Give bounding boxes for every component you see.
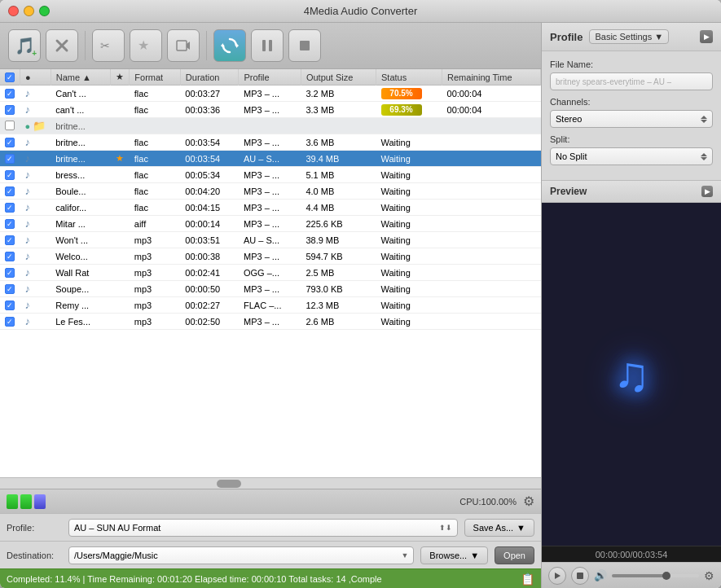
table-row[interactable]: ♪ britne... flac 00:03:54 MP3 – ... 3.6 …	[0, 134, 541, 151]
row-checkbox[interactable]	[5, 170, 15, 180]
playback-stop-button[interactable]	[571, 567, 589, 585]
table-row[interactable]: ♪ Won't ... mp3 00:03:51 AU – S... 38.9 …	[0, 232, 541, 248]
table-row[interactable]: ♪ Le Fes... mp3 00:02:50 MP3 – ... 2.6 M…	[0, 314, 541, 330]
row-checkbox[interactable]	[5, 317, 15, 327]
table-row[interactable]: ♪ Mitar ... aiff 00:00:14 MP3 – ... 225.…	[0, 216, 541, 232]
row-checkbox[interactable]	[5, 186, 15, 196]
table-row[interactable]: ♪ Remy ... mp3 00:02:27 FLAC –... 12.3 M…	[0, 297, 541, 314]
table-row[interactable]: ♪ Can't ... flac 00:03:27 MP3 – ... 3.2 …	[0, 86, 541, 102]
convert-button[interactable]	[213, 29, 246, 62]
volume-thumb[interactable]	[662, 572, 670, 580]
row-checkbox-cell[interactable]	[0, 183, 20, 200]
col-header-star[interactable]: ★	[111, 69, 130, 86]
row-format: mp3	[130, 314, 181, 330]
col-header-profile[interactable]: Profile	[239, 69, 301, 86]
minimize-button[interactable]	[24, 6, 34, 16]
preview-expand-button[interactable]: ▶	[701, 186, 713, 197]
row-checkbox-cell[interactable]	[0, 216, 20, 232]
stop-button[interactable]	[288, 29, 321, 62]
row-checkbox-cell[interactable]	[0, 265, 20, 281]
delete-button[interactable]	[46, 29, 78, 62]
save-as-button[interactable]: Save As... ▼	[464, 519, 534, 537]
table-row[interactable]: ♪ Boule... flac 00:04:20 MP3 – ... 4.0 M…	[0, 183, 541, 200]
add-file-button[interactable]: 🎵 +	[8, 29, 41, 62]
cut-button[interactable]: ✂	[92, 29, 125, 62]
row-checkbox[interactable]	[5, 235, 15, 245]
table-row[interactable]: ● 📁 britne...	[0, 118, 541, 134]
col-header-output[interactable]: Output Size	[301, 69, 376, 86]
row-checkbox[interactable]	[5, 284, 15, 294]
col-header-remaining[interactable]: Remaining Time	[442, 69, 541, 86]
basic-settings-button[interactable]: Basic Settings ▼	[589, 29, 669, 44]
pause-button[interactable]	[251, 29, 284, 62]
profile-tab[interactable]: Profile	[550, 31, 583, 43]
channels-select[interactable]: Stereo	[550, 110, 713, 128]
row-type-icon: ♪	[20, 265, 51, 281]
row-checkbox[interactable]	[5, 301, 15, 310]
favorite-button[interactable]: ★	[130, 29, 162, 62]
video-button[interactable]	[167, 29, 200, 62]
row-checkbox-cell[interactable]	[0, 167, 20, 183]
row-checkbox[interactable]	[5, 203, 15, 213]
row-name: Soupe...	[51, 281, 111, 297]
row-checkbox-cell[interactable]	[0, 297, 20, 314]
toolbar: 🎵 + ✂ ★	[0, 23, 541, 69]
row-checkbox-cell[interactable]	[0, 134, 20, 151]
status-text: Waiting	[381, 252, 411, 261]
col-header-check[interactable]	[0, 69, 20, 86]
row-checkbox-cell[interactable]	[0, 102, 20, 118]
table-row[interactable]: ♪ britne... ★ flac 00:03:54 AU – S... 39…	[0, 151, 541, 167]
row-checkbox-cell[interactable]	[0, 118, 20, 134]
table-row[interactable]: ♪ Wall Rat mp3 00:02:41 OGG –... 2.5 MB …	[0, 265, 541, 281]
file-table-container[interactable]: ● Name ▲ ★ Format Duration Profile Outpu…	[0, 69, 541, 477]
row-checkbox-cell[interactable]	[0, 314, 20, 330]
row-checkbox-cell[interactable]	[0, 200, 20, 216]
row-format: flac	[130, 134, 181, 151]
row-checkbox[interactable]	[5, 252, 15, 261]
table-row[interactable]: ♪ can't ... flac 00:03:36 MP3 – ... 3.3 …	[0, 102, 541, 118]
col-header-name[interactable]: Name ▲	[51, 69, 111, 86]
channels-value: Stereo	[556, 114, 582, 124]
select-all-checkbox[interactable]	[5, 72, 15, 82]
destination-select[interactable]: /Users/Maggie/Music ▼	[68, 546, 414, 564]
horizontal-scrollbar[interactable]	[0, 477, 541, 489]
cpu-status-bar: CPU:100.00% ⚙	[0, 489, 541, 513]
maximize-button[interactable]	[39, 6, 50, 16]
table-row[interactable]: ♪ Soupe... mp3 00:00:50 MP3 – ... 793.0 …	[0, 281, 541, 297]
file-name-input[interactable]: britney spears-everytime – AU –	[550, 72, 713, 90]
table-row[interactable]: ♪ califor... flac 00:04:15 MP3 – ... 4.4…	[0, 200, 541, 216]
row-format: flac	[130, 86, 181, 102]
row-checkbox-cell[interactable]	[0, 248, 20, 265]
row-checkbox[interactable]	[5, 268, 15, 278]
table-row[interactable]: ♪ bress... flac 00:05:34 MP3 – ... 5.1 M…	[0, 167, 541, 183]
volume-slider[interactable]	[612, 574, 699, 577]
row-status: Waiting	[376, 134, 442, 151]
profile-select[interactable]: AU – SUN AU Format ⬆⬇	[68, 519, 458, 537]
col-header-duration[interactable]: Duration	[180, 69, 239, 86]
play-button[interactable]	[548, 567, 566, 585]
row-checkbox[interactable]	[5, 121, 15, 130]
row-checkbox[interactable]	[5, 138, 15, 147]
expand-button[interactable]: ▶	[700, 30, 713, 43]
row-checkbox[interactable]	[5, 154, 15, 164]
row-checkbox-cell[interactable]	[0, 86, 20, 102]
row-checkbox[interactable]	[5, 105, 15, 115]
split-select[interactable]: No Split	[550, 147, 713, 165]
row-checkbox[interactable]	[5, 219, 15, 229]
playback-settings-icon[interactable]: ⚙	[704, 569, 714, 582]
row-profile: OGG –...	[239, 265, 301, 281]
status-icon: 📋	[521, 573, 534, 586]
row-checkbox[interactable]	[5, 89, 15, 99]
close-button[interactable]	[8, 6, 19, 16]
browse-button[interactable]: Browse... ▼	[420, 546, 488, 564]
scrollbar-thumb[interactable]	[217, 480, 241, 488]
open-button[interactable]: Open	[495, 546, 534, 564]
row-output-size: 5.1 MB	[301, 167, 376, 183]
table-row[interactable]: ♪ Welco... mp3 00:00:38 MP3 – ... 594.7 …	[0, 248, 541, 265]
row-checkbox-cell[interactable]	[0, 232, 20, 248]
row-checkbox-cell[interactable]	[0, 281, 20, 297]
col-header-format[interactable]: Format	[130, 69, 181, 86]
col-header-status[interactable]: Status	[376, 69, 442, 86]
row-checkbox-cell[interactable]	[0, 151, 20, 167]
cpu-settings-icon[interactable]: ⚙	[523, 494, 534, 509]
